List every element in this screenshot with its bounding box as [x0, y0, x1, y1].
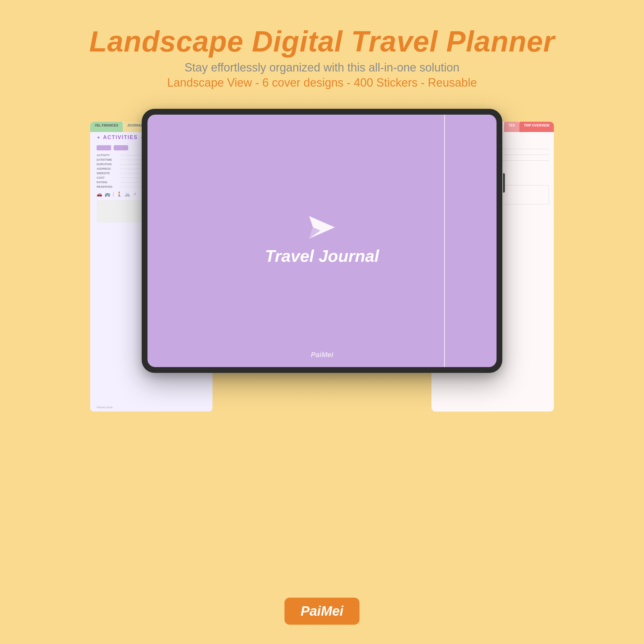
- main-title: Landscape Digital Travel Planner: [89, 26, 555, 58]
- screen-divider: [444, 115, 445, 367]
- tablet-side-button: [503, 173, 505, 193]
- header-section: Landscape Digital Travel Planner Stay ef…: [89, 26, 555, 90]
- divider-icon: |: [113, 192, 114, 197]
- subtitle-2: Landscape View - 6 cover designs - 400 S…: [89, 76, 555, 90]
- screen-brand: PaiMei: [311, 351, 333, 359]
- reserved-label: RESERVED: [97, 185, 118, 188]
- paper-plane-icon: [309, 216, 335, 240]
- tab-notes[interactable]: TES: [504, 122, 519, 132]
- bottom-badge: PaiMei: [284, 598, 359, 625]
- car-icon: 🚗: [97, 192, 102, 197]
- bike-icon: 🚲: [125, 192, 130, 197]
- subtitle-1: Stay effortlessly organized with this al…: [89, 61, 555, 74]
- tab-trip-overview[interactable]: TRIP OVERVIEW: [519, 122, 554, 132]
- tablet-screen: Travel Journal PaiMei: [147, 115, 497, 367]
- purple-btn[interactable]: [97, 145, 111, 150]
- address-label: ADDRESS: [97, 167, 118, 170]
- bottom-badge-text: PaiMei: [300, 603, 343, 619]
- page-wrapper: Landscape Digital Travel Planner Stay ef…: [0, 0, 644, 644]
- rating-label: RATING: [97, 181, 118, 184]
- walk-icon: 🚶: [117, 192, 122, 197]
- travel-journal-title: Travel Journal: [265, 246, 379, 266]
- tablet-device: Travel Journal PaiMei: [142, 109, 502, 373]
- duration-label: DURATION: [97, 163, 118, 166]
- tablet-wrapper: VEL FINANCES JOURNAL ✦ ACTIVITIES ✦ ACTI…: [97, 109, 547, 447]
- datetime-label: DATE/TIME: [97, 158, 118, 161]
- left-brand: Paimel.store: [97, 406, 113, 409]
- cost-label: COST: [97, 176, 118, 179]
- purple-btn-2[interactable]: [114, 145, 128, 150]
- bus-icon: 🚌: [105, 192, 110, 197]
- activities-title: ACTIVITIES: [103, 135, 138, 140]
- activity-label: ACTIVITY: [97, 154, 118, 157]
- sparkle-left-icon: ✦: [97, 135, 100, 140]
- website-label: WEBSITE: [97, 172, 118, 175]
- tab-finances[interactable]: VEL FINANCES: [90, 122, 123, 132]
- arrow-icon: ↗: [133, 192, 137, 197]
